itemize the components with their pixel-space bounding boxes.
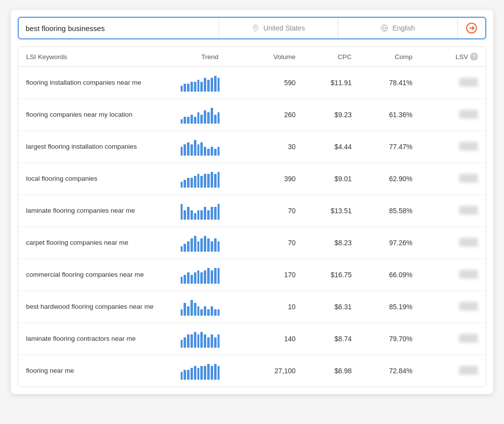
trend-bar	[218, 366, 220, 380]
search-input[interactable]	[26, 24, 212, 33]
keyword-cell: flooring near me	[18, 355, 173, 387]
trend-bar	[207, 174, 210, 188]
trend-bar	[187, 334, 189, 348]
trend-bar	[214, 268, 217, 284]
trend-cell	[173, 259, 248, 291]
language-label: English	[392, 24, 415, 32]
trend-bar	[190, 334, 193, 348]
trend-bar	[204, 147, 206, 156]
trend-bar	[204, 270, 206, 284]
table-row: local flooring companies 390 $9.01 62.90…	[18, 163, 486, 195]
trend-bar	[184, 210, 186, 220]
lsv-value-blurred	[459, 238, 478, 247]
login-icon	[466, 22, 477, 34]
cpc-cell: $8.74	[304, 323, 360, 355]
trend-bar	[200, 210, 203, 220]
cpc-cell: $4.44	[304, 131, 360, 163]
trend-cell	[173, 323, 248, 355]
keyword-cell: best hardwood flooring companies near me	[18, 291, 173, 323]
trend-bar	[184, 275, 186, 284]
trend-bar	[190, 115, 193, 124]
trend-sparkline	[181, 330, 220, 348]
trend-bar	[187, 241, 189, 252]
col-header-volume: Volume	[248, 47, 304, 67]
trend-sparkline	[181, 362, 220, 380]
trend-bar	[207, 80, 210, 92]
trend-bar	[211, 334, 213, 348]
trend-bar	[218, 309, 220, 316]
table-row: carpet flooring companies near me 70 $8.…	[18, 227, 486, 259]
trend-bar	[194, 236, 196, 252]
trend-bar	[200, 238, 203, 252]
trend-bar	[211, 366, 213, 380]
main-container: United States English LSI Keywords Tren	[11, 10, 493, 394]
lsv-cell	[420, 67, 486, 99]
trend-bar	[184, 117, 186, 124]
trend-bar	[211, 306, 213, 316]
language-section[interactable]: English	[338, 18, 458, 38]
trend-bar	[200, 82, 203, 92]
cpc-cell: $8.23	[304, 227, 360, 259]
trend-cell	[173, 163, 248, 195]
trend-bar	[184, 303, 186, 316]
trend-bar	[207, 210, 210, 220]
comp-cell: 61.36%	[360, 99, 421, 131]
trend-bar	[204, 334, 206, 348]
trend-cell	[173, 291, 248, 323]
trend-bar	[214, 238, 217, 252]
comp-cell: 77.47%	[360, 131, 421, 163]
table-scroll-area[interactable]: LSI Keywords Trend Volume CPC Comp LSV ?	[18, 47, 486, 387]
trend-bar	[197, 80, 200, 92]
search-bar: United States English	[18, 17, 486, 39]
trend-bar	[204, 306, 206, 316]
trend-sparkline	[181, 234, 220, 252]
lsv-value-blurred	[459, 270, 478, 279]
trend-bar	[197, 210, 200, 220]
volume-cell: 10	[248, 291, 304, 323]
cpc-cell: $6.98	[304, 355, 360, 387]
trend-bar	[207, 268, 210, 284]
keyword-cell: flooring installation companies near me	[18, 67, 173, 99]
trend-bar	[200, 332, 203, 348]
lsv-cell	[420, 227, 486, 259]
table-row: laminate flooring contractors near me 14…	[18, 323, 486, 355]
trend-bar	[190, 82, 193, 92]
trend-bar	[204, 236, 206, 252]
trend-bar	[218, 241, 220, 252]
trend-bar	[218, 172, 220, 188]
lsv-help-icon[interactable]: ?	[470, 53, 478, 61]
trend-bar	[218, 78, 220, 92]
trend-cell	[173, 195, 248, 227]
col-header-lsv: LSV ?	[420, 47, 486, 67]
trend-bar	[194, 82, 196, 92]
cpc-cell: $6.31	[304, 291, 360, 323]
volume-cell: 170	[248, 259, 304, 291]
trend-bar	[190, 300, 193, 316]
trend-bar	[181, 86, 183, 92]
trend-bar	[197, 306, 200, 316]
trend-bar	[181, 182, 183, 188]
trend-bar	[181, 372, 183, 380]
trend-bar	[207, 337, 210, 348]
keyword-cell: local flooring companies	[18, 163, 173, 195]
location-section[interactable]: United States	[219, 18, 339, 38]
trend-bar	[218, 334, 220, 348]
trend-bar	[184, 144, 186, 156]
search-input-section[interactable]	[19, 18, 219, 38]
search-button[interactable]	[458, 18, 485, 38]
trend-bar	[204, 366, 206, 380]
trend-sparkline	[181, 74, 220, 92]
trend-bar	[187, 178, 189, 188]
trend-bar	[204, 78, 206, 92]
trend-bar	[187, 272, 189, 284]
trend-bar	[218, 268, 220, 284]
trend-cell	[173, 67, 248, 99]
trend-bar	[187, 306, 189, 316]
trend-cell	[173, 227, 248, 259]
volume-cell: 390	[248, 163, 304, 195]
table-row: flooring companies near my location 260 …	[18, 99, 486, 131]
trend-bar	[187, 142, 189, 156]
trend-bar	[211, 270, 213, 284]
trend-bar	[190, 238, 193, 252]
volume-cell: 27,100	[248, 355, 304, 387]
